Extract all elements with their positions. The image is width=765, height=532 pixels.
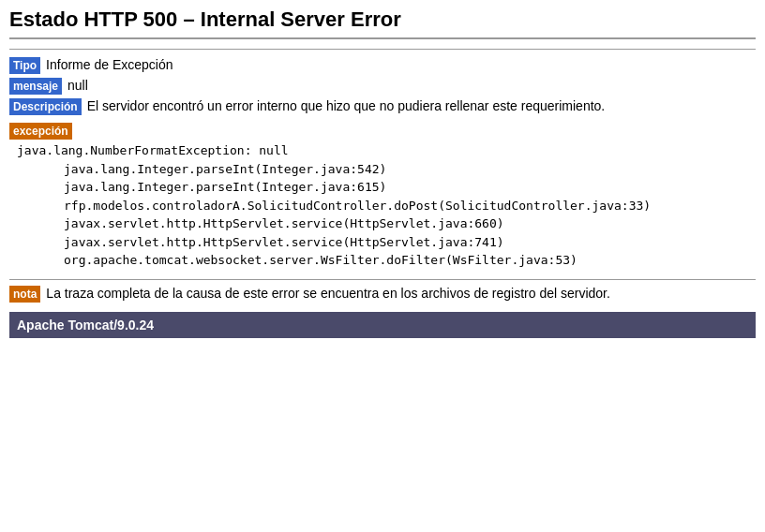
descripcion-label: Descripción	[9, 98, 82, 115]
nota-label: nota	[9, 286, 40, 303]
divider-top	[9, 49, 756, 50]
nota-value: La traza completa de la causa de este er…	[46, 286, 610, 301]
excepcion-label-row: excepción	[9, 123, 756, 138]
page-container: Estado HTTP 500 – Internal Server Error …	[0, 0, 765, 346]
stack-line: javax.servlet.http.HttpServlet.service(H…	[17, 214, 756, 233]
stack-line: javax.servlet.http.HttpServlet.service(H…	[17, 233, 756, 252]
stack-line: org.apache.tomcat.websocket.server.WsFil…	[17, 251, 756, 270]
info-section: Tipo Informe de Excepción mensaje null D…	[9, 57, 756, 115]
footer-bar: Apache Tomcat/9.0.24	[9, 312, 756, 338]
stack-line: rfp.modelos.controladorA.SolicitudContro…	[17, 197, 756, 215]
stack-line: java.lang.Integer.parseInt(Integer.java:…	[17, 178, 756, 197]
mensaje-value: null	[68, 78, 88, 93]
tipo-row: Tipo Informe de Excepción	[9, 57, 756, 74]
tipo-value: Informe de Excepción	[46, 57, 172, 72]
tipo-label: Tipo	[9, 57, 40, 74]
page-title: Estado HTTP 500 – Internal Server Error	[9, 7, 756, 39]
descripcion-row: Descripción El servidor encontró un erro…	[9, 98, 756, 115]
stack-main-line: java.lang.NumberFormatException: null	[17, 141, 756, 160]
exception-section: excepción java.lang.NumberFormatExceptio…	[9, 123, 756, 270]
mensaje-label: mensaje	[9, 78, 62, 95]
descripcion-value: El servidor encontró un error interno qu…	[87, 98, 606, 113]
stack-lines-container: java.lang.Integer.parseInt(Integer.java:…	[17, 160, 756, 270]
stack-trace: java.lang.NumberFormatException: null ja…	[9, 141, 756, 270]
note-section: nota La traza completa de la causa de es…	[9, 279, 756, 303]
stack-line: java.lang.Integer.parseInt(Integer.java:…	[17, 160, 756, 179]
excepcion-label: excepción	[9, 123, 72, 140]
mensaje-row: mensaje null	[9, 78, 756, 95]
